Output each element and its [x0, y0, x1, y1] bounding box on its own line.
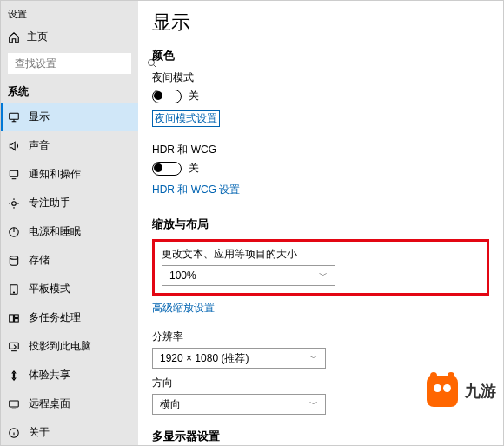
sidebar-item-label: 声音	[29, 138, 50, 153]
section-heading: 系统	[1, 77, 138, 103]
about-icon	[8, 427, 20, 439]
sidebar: 设置 主页 系统 显示声音通知和操作专注助手电源和睡眠存储平板模式多任务处理投影…	[1, 1, 138, 445]
svg-rect-10	[15, 318, 19, 322]
color-heading: 颜色	[152, 48, 489, 63]
page-title: 显示	[152, 10, 489, 36]
sidebar-item-label: 远程桌面	[29, 396, 70, 411]
resolution-select[interactable]: 1920 × 1080 (推荐) ﹀	[152, 348, 326, 369]
svg-point-7	[13, 291, 14, 292]
svg-rect-9	[15, 314, 19, 317]
sidebar-item-label: 显示	[29, 110, 50, 124]
hdr-settings-link[interactable]: HDR 和 WCG 设置	[152, 183, 240, 197]
svg-rect-12	[10, 400, 19, 406]
chevron-down-icon: ﹀	[309, 398, 318, 410]
sidebar-item-project[interactable]: 投影到此电脑	[1, 332, 138, 361]
resolution-value: 1920 × 1080 (推荐)	[160, 351, 249, 366]
home-nav[interactable]: 主页	[1, 24, 138, 50]
sidebar-item-label: 平板模式	[29, 282, 70, 296]
scale-highlight: 更改文本、应用等项目的大小 100% ﹀	[152, 239, 489, 296]
project-icon	[8, 341, 20, 353]
sidebar-item-remote[interactable]: 远程桌面	[1, 389, 138, 418]
sidebar-item-notifications[interactable]: 通知和操作	[1, 160, 138, 189]
advanced-scale-link[interactable]: 高级缩放设置	[152, 301, 215, 316]
sidebar-item-about[interactable]: 关于	[1, 418, 138, 445]
sidebar-item-label: 存储	[29, 253, 50, 268]
svg-rect-11	[10, 343, 19, 349]
svg-rect-8	[10, 314, 14, 321]
multitask-icon	[8, 312, 20, 324]
sidebar-item-label: 电源和睡眠	[29, 224, 81, 239]
sidebar-item-sound[interactable]: 声音	[1, 131, 138, 160]
hdr-label: HDR 和 WCG	[152, 143, 489, 157]
sidebar-item-tablet[interactable]: 平板模式	[1, 275, 138, 303]
sidebar-item-power[interactable]: 电源和睡眠	[1, 217, 138, 246]
toggle-state: 关	[189, 89, 199, 103]
toggle-state: 关	[189, 161, 199, 176]
night-light-label: 夜间模式	[152, 70, 489, 85]
scale-select[interactable]: 100% ﹀	[162, 265, 335, 286]
sidebar-item-focus[interactable]: 专注助手	[1, 189, 138, 217]
home-icon	[8, 31, 20, 43]
night-light-settings-link[interactable]: 夜间模式设置	[152, 110, 220, 127]
night-light-toggle[interactable]: 关	[152, 89, 489, 103]
sidebar-item-label: 投影到此电脑	[29, 339, 91, 354]
sidebar-item-label: 体验共享	[29, 368, 70, 383]
power-icon	[8, 226, 20, 238]
multi-display-heading: 多显示器设置	[152, 429, 489, 444]
svg-rect-1	[10, 113, 19, 119]
chevron-down-icon: ﹀	[309, 352, 318, 364]
orientation-select[interactable]: 横向 ﹀	[152, 394, 326, 415]
sidebar-item-shared[interactable]: 体验共享	[1, 361, 138, 389]
sidebar-item-label: 通知和操作	[29, 167, 81, 182]
shared-icon	[8, 369, 20, 382]
remote-icon	[8, 398, 20, 410]
focus-icon	[8, 197, 20, 210]
hdr-toggle[interactable]: 关	[152, 161, 489, 176]
sidebar-item-multitask[interactable]: 多任务处理	[1, 303, 138, 332]
svg-point-3	[12, 201, 17, 205]
search-input[interactable]	[8, 53, 131, 74]
watermark-text: 九游	[465, 381, 496, 402]
sidebar-item-label: 多任务处理	[29, 310, 81, 325]
home-label: 主页	[27, 30, 48, 44]
sidebar-item-label: 关于	[29, 425, 50, 440]
scale-heading: 缩放与布局	[152, 216, 489, 232]
sound-icon	[8, 140, 20, 152]
storage-icon	[8, 255, 20, 267]
resolution-label: 分辨率	[152, 330, 489, 344]
svg-rect-2	[10, 170, 17, 176]
scale-value: 100%	[169, 270, 196, 282]
chevron-down-icon: ﹀	[319, 270, 328, 282]
sidebar-item-display[interactable]: 显示	[1, 103, 138, 131]
svg-point-5	[10, 256, 17, 259]
sidebar-item-label: 专注助手	[29, 196, 70, 210]
notifications-icon	[8, 169, 20, 181]
watermark: 九游	[427, 376, 496, 407]
window-title: 设置	[1, 4, 138, 24]
sidebar-item-storage[interactable]: 存储	[1, 246, 138, 275]
display-icon	[8, 111, 20, 123]
orientation-value: 横向	[160, 397, 181, 412]
watermark-icon	[427, 376, 458, 407]
tablet-icon	[8, 283, 20, 296]
scale-label: 更改文本、应用等项目的大小	[162, 247, 480, 262]
